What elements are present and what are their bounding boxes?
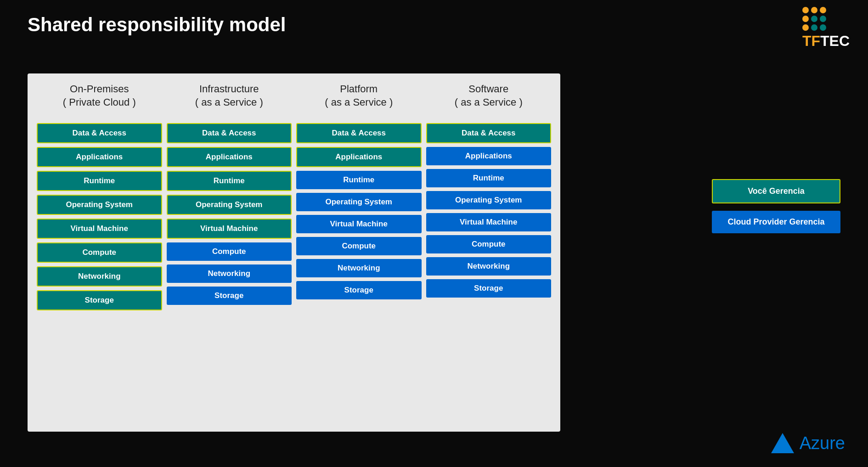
page-title: Shared responsibility model (0, 0, 868, 36)
logo-dot (820, 16, 826, 22)
box-compute-iaas: Compute (167, 242, 292, 261)
box-applications-saas: Applications (426, 147, 552, 165)
logo-dot (802, 24, 809, 31)
column-title-on-premises: On-Premises( Private Cloud ) (63, 83, 136, 115)
azure-text: Azure (800, 433, 845, 453)
logo-dot (811, 7, 817, 13)
legend-blue: Cloud Provider Gerencia (712, 211, 840, 233)
items-list-saas: Data & AccessApplicationsRuntimeOperatin… (426, 123, 552, 298)
items-list-on-premises: Data & AccessApplicationsRuntimeOperatin… (37, 123, 162, 310)
box-applications-paas: Applications (296, 147, 422, 167)
logo-tec: TEC (820, 33, 850, 49)
tftec-logo: TFTEC (802, 7, 850, 50)
box-networking-saas: Networking (426, 257, 552, 276)
logo-dot (802, 16, 809, 22)
box-applications-on-premises: Applications (37, 147, 162, 167)
box-compute-saas: Compute (426, 235, 552, 253)
column-paas: Platform( as a Service )Data & AccessApp… (296, 83, 422, 422)
box-data-&-access-paas: Data & Access (296, 123, 422, 143)
legend-teal: Você Gerencia (712, 179, 840, 203)
box-data-&-access-saas: Data & Access (426, 123, 552, 143)
box-virtual-machine-saas: Virtual Machine (426, 213, 552, 231)
column-saas: Software( as a Service )Data & AccessApp… (426, 83, 552, 422)
box-virtual-machine-iaas: Virtual Machine (167, 219, 292, 239)
box-virtual-machine-on-premises: Virtual Machine (37, 219, 162, 239)
box-operating-system-on-premises: Operating System (37, 195, 162, 215)
box-operating-system-paas: Operating System (296, 193, 422, 211)
box-virtual-machine-paas: Virtual Machine (296, 215, 422, 233)
logo-dot (811, 24, 817, 31)
box-storage-on-premises: Storage (37, 290, 162, 310)
box-data-&-access-iaas: Data & Access (167, 123, 292, 143)
box-operating-system-saas: Operating System (426, 191, 552, 209)
column-title-saas: Software( as a Service ) (455, 83, 523, 115)
items-list-iaas: Data & AccessApplicationsRuntimeOperatin… (167, 123, 292, 305)
logo-tf: TF (802, 33, 820, 49)
diagram-container: On-Premises( Private Cloud )Data & Acces… (28, 73, 560, 432)
logo-dot (820, 24, 826, 31)
azure-triangle-icon (771, 433, 794, 453)
logo-dot (820, 7, 826, 13)
logo-dot (811, 16, 817, 22)
items-list-paas: Data & AccessApplicationsRuntimeOperatin… (296, 123, 422, 299)
box-storage-iaas: Storage (167, 287, 292, 305)
box-storage-saas: Storage (426, 279, 552, 298)
box-operating-system-iaas: Operating System (167, 195, 292, 215)
logo-dot (802, 7, 809, 13)
logo-dots (802, 7, 834, 31)
box-networking-on-premises: Networking (37, 266, 162, 287)
box-runtime-saas: Runtime (426, 169, 552, 187)
azure-logo: Azure (771, 433, 845, 453)
box-runtime-paas: Runtime (296, 171, 422, 189)
column-iaas: Infrastructure( as a Service )Data & Acc… (167, 83, 292, 422)
column-title-paas: Platform( as a Service ) (325, 83, 393, 115)
box-data-&-access-on-premises: Data & Access (37, 123, 162, 143)
box-compute-on-premises: Compute (37, 242, 162, 263)
box-networking-iaas: Networking (167, 264, 292, 283)
box-runtime-on-premises: Runtime (37, 171, 162, 191)
box-storage-paas: Storage (296, 281, 422, 299)
box-compute-paas: Compute (296, 237, 422, 255)
column-title-iaas: Infrastructure( as a Service ) (195, 83, 263, 115)
box-runtime-iaas: Runtime (167, 171, 292, 191)
legend: Você Gerencia Cloud Provider Gerencia (712, 179, 840, 233)
logo-text: TFTEC (802, 33, 850, 50)
box-networking-paas: Networking (296, 259, 422, 277)
column-on-premises: On-Premises( Private Cloud )Data & Acces… (37, 83, 162, 422)
box-applications-iaas: Applications (167, 147, 292, 167)
